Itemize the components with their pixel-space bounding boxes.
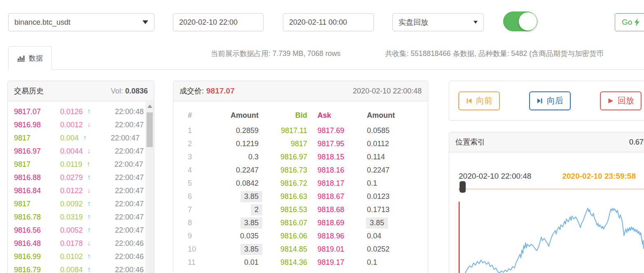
trade-amount: 0.0319 [60, 213, 83, 222]
bid-amount: 0.2247 [200, 166, 259, 175]
row-index: 5 [188, 179, 200, 188]
replay-label: 回放 [618, 95, 634, 106]
ask-amount: 0.04 [367, 232, 428, 240]
caret-down-icon [142, 21, 148, 24]
bid-amount: 0.1219 [200, 140, 259, 148]
ask-price: 9818.96 [317, 232, 367, 240]
position-slider-track[interactable] [462, 188, 644, 190]
collected-data-stat: 共收集: 5518818466 条数据, 品种数量: 5482 (含商品期货与加… [385, 49, 604, 58]
order-book-row: 2 0.1219 9817 9817.95 0.0112 [173, 137, 428, 150]
ask-price: 9817.95 [317, 140, 367, 148]
trade-amount: 0.0092 [60, 200, 83, 208]
order-book-header: 成交价: 9817.07 2020-02-10 22:00:48 [173, 81, 428, 101]
row-index: 1 [188, 126, 200, 135]
bid-price: 9816.06 [259, 232, 307, 240]
trade-time: 22:00:47 [95, 147, 144, 156]
trade-row: 9816.48 0.0178 ↓ 22:00:46 [8, 237, 154, 250]
position-slider-handle[interactable] [460, 181, 466, 193]
ask-amount: 3.85 [367, 217, 428, 229]
ask-price: 9818.69 [317, 219, 367, 227]
order-book-row: 1 0.2859 9817.11 9817.69 0.0585 [173, 124, 428, 137]
trade-price: 9816.79 [14, 266, 60, 273]
trade-price: 9816.78 [14, 213, 60, 222]
trade-time: 22:00:46 [95, 252, 144, 261]
trade-row: 9816.79 0.0084 ↑ 22:00:46 [8, 263, 154, 273]
trade-list: 9817.07 0.0126 ↑ 22:00:48 9816.98 0.0012… [8, 102, 154, 273]
trade-row: 9816.88 0.0279 ↑ 22:00:47 [8, 171, 154, 184]
trade-list-scrollbar[interactable] [145, 102, 154, 273]
ask-amount: 0.2247 [367, 166, 428, 175]
tab-data[interactable]: 数据 [8, 46, 52, 70]
trade-time: 22:00:47 [95, 187, 144, 195]
order-book-timestamp: 2020-02-10 22:00:48 [353, 87, 422, 96]
trade-time: 22:00:46 [95, 239, 144, 248]
bid-price: 9817 [259, 140, 307, 148]
row-index: 8 [188, 219, 200, 227]
trade-time: 22:00:47 [95, 121, 144, 129]
trade-row: 9817.07 0.0126 ↑ 22:00:48 [8, 105, 154, 118]
memory-usage-stat: 当前展示数据占用: 7.739 MB, 7068 rows [211, 49, 341, 58]
go-button[interactable]: Go [615, 13, 644, 31]
toggle-knob[interactable] [518, 12, 537, 31]
scroll-up-icon[interactable] [145, 102, 154, 111]
ask-amount: 0.0585 [367, 126, 428, 135]
trade-amount: 0.0044 [60, 147, 83, 156]
trade-time: 22:00:48 [95, 107, 144, 116]
trade-direction-arrow-icon: ↑ [82, 160, 95, 168]
range-start-date: 2020-02-10 22:00:48 [459, 172, 531, 181]
end-time-input[interactable] [283, 13, 374, 31]
skip-forward-icon [537, 98, 543, 104]
volume-label: Vol: [111, 87, 123, 95]
symbol-select[interactable]: binance.btc_usdt [8, 13, 154, 31]
trade-price: 9816.48 [14, 239, 60, 248]
step-forward-button[interactable]: 向后 [529, 91, 571, 110]
ask-price: 9818.15 [317, 153, 367, 161]
step-back-button[interactable]: 向前 [458, 91, 500, 110]
row-index: 11 [188, 258, 200, 267]
bid-amount: 0.01 [200, 258, 259, 267]
ask-price: 9818.16 [317, 166, 367, 175]
replay-button[interactable]: 回放 [600, 91, 642, 110]
mode-select[interactable]: 实盘回放 [392, 13, 484, 31]
trade-direction-arrow-icon: ↓ [83, 121, 95, 129]
scrollbar-thumb[interactable] [147, 112, 153, 147]
trade-price: 9816.84 [14, 187, 60, 195]
bid-price: 9816.72 [259, 179, 307, 188]
order-book-row: 4 0.2247 9816.73 9818.16 0.2247 [173, 163, 428, 177]
trade-history-panel: 交易历史 Vol: 0.0836 9817.07 0.0126 ↑ 22:00:… [7, 81, 154, 273]
replay-toggle[interactable] [503, 12, 537, 31]
position-cursor-line [459, 202, 460, 273]
trade-amount: 0.0012 [60, 121, 83, 129]
start-time-input[interactable] [173, 13, 264, 31]
col-header-bid: Bid [259, 111, 307, 120]
col-header-ask: Ask [317, 111, 367, 120]
bid-amount: 0.0842 [200, 179, 259, 188]
trade-amount: 0.0122 [60, 187, 83, 195]
order-book-rows: 1 0.2859 9817.11 9817.69 0.0585 2 0.1219… [173, 124, 428, 269]
trade-row: 9816.84 0.0122 ↓ 22:00:47 [8, 184, 154, 197]
ask-amount: 0.0112 [367, 140, 428, 148]
trade-row: 9816.98 0.0012 ↓ 22:00:47 [8, 118, 154, 131]
last-price-readout: 成交价: 9817.07 [180, 86, 235, 96]
trade-history-title: 交易历史 [14, 86, 44, 96]
ask-amount: 0.0252 [367, 245, 428, 254]
trade-price: 9817 [14, 160, 60, 169]
trade-row: 9817 0.0119 ↑ 22:00:47 [8, 158, 154, 171]
go-button-label: Go [622, 18, 632, 27]
tab-data-label: 数据 [29, 54, 43, 63]
trade-direction-arrow-icon: ↓ [83, 239, 95, 247]
position-index-panel: 位置索引 0.679 % 2020-02-10 22:00:48 2020-02… [449, 132, 644, 273]
bid-price: 9814.85 [259, 245, 307, 254]
bid-amount: 2 [200, 204, 262, 215]
trade-row: 9816.56 0.0052 ↑ 22:00:47 [8, 224, 154, 237]
bid-price: 9816.97 [259, 153, 307, 161]
lightning-icon [634, 18, 640, 26]
play-icon [607, 98, 614, 104]
order-book-row: 5 0.0842 9816.72 9818.17 0.1 [173, 177, 428, 190]
bar-chart-icon [17, 55, 25, 62]
bid-amount: 0.3 [200, 153, 259, 161]
range-dates: 2020-02-10 22:00:48 2020-02-10 23:59:58 [459, 172, 636, 181]
trade-price: 9816.88 [14, 173, 60, 182]
position-index-title: 位置索引 [455, 137, 485, 147]
trade-direction-arrow-icon: ↑ [83, 107, 95, 116]
